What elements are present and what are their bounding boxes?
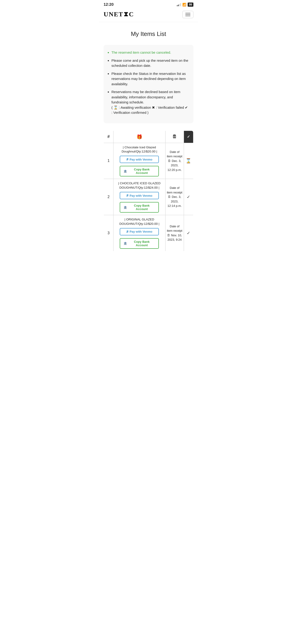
row-1-num: 1	[104, 143, 114, 179]
bank-icon: 🏦	[124, 206, 127, 209]
info-item-4: Reservations may be declined based on it…	[112, 89, 188, 116]
row-2-btn-group: 𝑩 Pay with Venmo 🏦 Copy Bank Account	[115, 192, 164, 212]
app-logo: UNET⧗C	[104, 10, 134, 18]
hamburger-line-2	[185, 14, 190, 15]
row-3-status: ✓	[184, 215, 193, 251]
hamburger-line-3	[185, 16, 190, 16]
signal-icon	[177, 3, 181, 6]
page-title: My Items List	[99, 22, 198, 45]
row-3-num: 3	[104, 215, 114, 251]
row-1-date: Date of item receipt 🗓 Dec. 3, 2023, 12:…	[165, 143, 184, 179]
menu-button[interactable]	[182, 11, 194, 18]
bank-icon: 🏦	[124, 242, 127, 245]
items-table: # 🎁 🗓 ✓ 1 | Chocolate Iced Glazed Doughn…	[104, 130, 194, 251]
app-header: UNET⧗C	[99, 8, 198, 22]
check-icon: ✓	[187, 195, 190, 199]
status-icons: 📶 99	[177, 2, 194, 7]
row-2-status: ✓	[184, 179, 193, 215]
icon-legend: ( ⌛ : Awaiting verification ✖ : Verifica…	[112, 106, 188, 115]
row-1-venmo-button[interactable]: 𝑩 Pay with Venmo	[120, 156, 159, 163]
check-icon: ✓	[187, 231, 190, 236]
venmo-icon: 𝑩	[126, 158, 128, 161]
row-3-item: | ORIGINAL GLAZED DOUGHNUT/Qty:12/$20.00…	[114, 215, 166, 251]
table-header-row: # 🎁 🗓 ✓	[104, 130, 194, 143]
row-1-item-name: | Chocolate Iced Glazed Doughnut/Qty:12/…	[115, 145, 164, 154]
calendar-icon: 🗓	[167, 234, 170, 237]
time-display: 12:20	[104, 2, 114, 7]
table-row: 2 | CHOCOLATE ICED GLAZED DOUGHNUT/Qty:1…	[104, 179, 194, 215]
row-1-status: ⌛	[184, 143, 193, 179]
row-1-bank-button[interactable]: 🏦 Copy Bank Account	[120, 166, 159, 176]
logo-bowtie: ⧗	[124, 10, 129, 18]
info-list: The reserved item cannot be canceled. Pl…	[106, 50, 188, 116]
row-2-item: | CHOCOLATE ICED GLAZED DOUGHNUT/Qty:12/…	[114, 179, 166, 215]
bank-icon: 🏦	[124, 170, 127, 173]
row-2-num: 2	[104, 179, 114, 215]
row-1-item: | Chocolate Iced Glazed Doughnut/Qty:12/…	[114, 143, 166, 179]
row-2-date: Date of item receipt 🗓 Dec. 3, 2023, 12:…	[165, 179, 184, 215]
row-3-date: Date of item receipt 🗓 Nov. 10, 2023, 9:…	[165, 215, 184, 251]
row-3-item-name: | ORIGINAL GLAZED DOUGHNUT/Qty:12/$20.00…	[115, 218, 164, 226]
row-3-bank-button[interactable]: 🏦 Copy Bank Account	[120, 238, 159, 249]
hourglass-icon: ⌛	[186, 158, 191, 163]
wifi-icon: 📶	[182, 3, 186, 6]
table-row: 1 | Chocolate Iced Glazed Doughnut/Qty:1…	[104, 143, 194, 179]
row-2-bank-button[interactable]: 🏦 Copy Bank Account	[120, 202, 159, 212]
info-box: The reserved item cannot be canceled. Pl…	[104, 45, 194, 123]
col-status-header: ✓	[184, 130, 193, 143]
battery-icon: 99	[188, 2, 194, 7]
calendar-icon: 🗓	[168, 159, 171, 162]
table-row: 3 | ORIGINAL GLAZED DOUGHNUT/Qty:12/$20.…	[104, 215, 194, 251]
check-circle-icon: ✓	[185, 134, 192, 140]
row-3-venmo-button[interactable]: 𝑩 Pay with Venmo	[120, 228, 159, 236]
info-item-3: Please check the Status in the reservati…	[112, 71, 188, 87]
hamburger-line-1	[185, 13, 190, 13]
col-num-header: #	[104, 130, 114, 143]
row-1-btn-group: 𝑩 Pay with Venmo 🏦 Copy Bank Account	[115, 156, 164, 176]
info-item-1: The reserved item cannot be canceled.	[112, 50, 188, 55]
row-2-item-name: | CHOCOLATE ICED GLAZED DOUGHNUT/Qty:12/…	[115, 181, 164, 190]
row-3-btn-group: 𝑩 Pay with Venmo 🏦 Copy Bank Account	[115, 228, 164, 249]
calendar-icon: 🗓	[168, 195, 171, 198]
col-date-header: 🗓	[165, 130, 184, 143]
row-2-venmo-button[interactable]: 𝑩 Pay with Venmo	[120, 192, 159, 199]
venmo-icon: 𝑩	[126, 194, 128, 198]
venmo-icon: 𝑩	[126, 230, 128, 234]
col-item-header: 🎁	[114, 130, 166, 143]
info-item-2: Please come and pick up the reserved ite…	[112, 58, 188, 68]
status-bar: 12:20 📶 99	[99, 0, 198, 8]
